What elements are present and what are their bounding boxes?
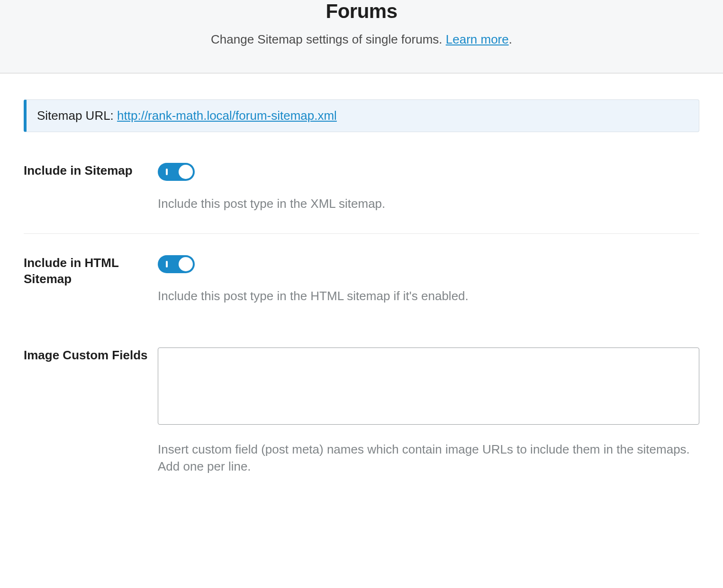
toggle-on-indicator-icon [166, 261, 168, 267]
page-header: Forums Change Sitemap settings of single… [0, 0, 723, 73]
field-include-in-html-sitemap: Include in HTML Sitemap Include this pos… [24, 255, 699, 326]
description-include-html-sitemap: Include this post type in the HTML sitem… [158, 287, 699, 304]
description-image-custom-fields: Insert custom field (post meta) names wh… [158, 441, 699, 475]
toggle-knob-icon [179, 165, 193, 179]
field-include-in-sitemap: Include in Sitemap Include this post typ… [24, 163, 699, 234]
page-title: Forums [77, 0, 646, 23]
field-label-include-sitemap: Include in Sitemap [24, 163, 158, 179]
subtitle-suffix: . [509, 32, 512, 46]
toggle-include-sitemap[interactable] [158, 163, 195, 181]
field-image-custom-fields: Image Custom Fields Insert custom field … [24, 347, 699, 497]
toggle-on-indicator-icon [166, 169, 168, 175]
field-label-image-custom-fields: Image Custom Fields [24, 347, 158, 364]
learn-more-link[interactable]: Learn more [446, 32, 509, 46]
sitemap-url-notice: Sitemap URL: http://rank-math.local/foru… [24, 99, 699, 132]
settings-content: Sitemap URL: http://rank-math.local/foru… [0, 73, 723, 497]
page-subtitle: Change Sitemap settings of single forums… [77, 32, 646, 47]
description-include-sitemap: Include this post type in the XML sitema… [158, 195, 699, 212]
field-label-include-html-sitemap: Include in HTML Sitemap [24, 255, 158, 287]
sitemap-url-link[interactable]: http://rank-math.local/forum-sitemap.xml [117, 108, 337, 123]
toggle-knob-icon [179, 257, 193, 271]
image-custom-fields-textarea[interactable] [158, 347, 699, 425]
subtitle-text: Change Sitemap settings of single forums… [211, 32, 446, 46]
toggle-include-html-sitemap[interactable] [158, 255, 195, 273]
notice-label: Sitemap URL: [37, 108, 117, 123]
